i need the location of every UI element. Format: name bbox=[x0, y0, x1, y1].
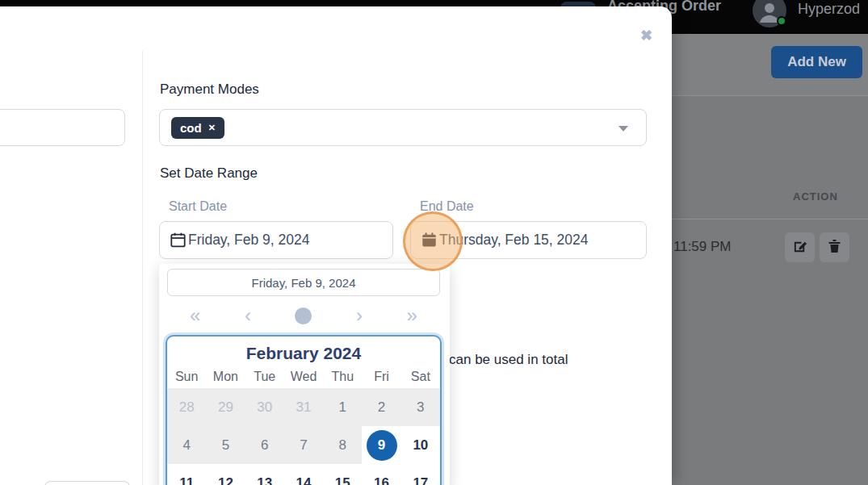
screen: Add New ACTION 11:59 PM Accepting Order … bbox=[0, 0, 868, 485]
day-header: Thu bbox=[323, 370, 362, 384]
remove-tag-icon[interactable]: ✕ bbox=[208, 123, 216, 133]
last-month-icon[interactable]: » bbox=[407, 304, 417, 327]
day-header: Sat bbox=[401, 370, 440, 384]
end-date-value: Thursday, Feb 15, 2024 bbox=[439, 232, 589, 249]
payment-modes-label: Payment Modes bbox=[160, 82, 259, 98]
day-header: Sun bbox=[167, 370, 206, 384]
datepicker-nav: « ‹ › » bbox=[167, 303, 440, 328]
start-date-value: Friday, Feb 9, 2024 bbox=[188, 232, 309, 249]
day-cell[interactable]: 10 bbox=[401, 426, 440, 464]
end-date-input[interactable]: Thursday, Feb 15, 2024 bbox=[410, 221, 647, 259]
table-header-action: ACTION bbox=[793, 190, 838, 203]
left-column-input[interactable] bbox=[0, 109, 125, 146]
today-dot-icon[interactable] bbox=[295, 307, 312, 324]
usage-note-text: can be used in total bbox=[449, 352, 568, 368]
edit-button[interactable] bbox=[785, 232, 815, 262]
divider bbox=[142, 51, 143, 485]
day-cell: 8 bbox=[323, 426, 362, 464]
payment-mode-tag: cod ✕ bbox=[171, 117, 224, 139]
close-icon[interactable]: ✖ bbox=[640, 27, 652, 44]
day-cell: 28 bbox=[167, 388, 206, 426]
calendar-day-headers: SunMonTueWedThuFriSat bbox=[167, 370, 440, 384]
day-cell: 7 bbox=[284, 426, 323, 464]
day-header: Tue bbox=[245, 370, 284, 384]
first-month-icon[interactable]: « bbox=[190, 304, 200, 327]
left-column-input-bottom[interactable] bbox=[44, 481, 130, 485]
start-date-input[interactable]: Friday, Feb 9, 2024 bbox=[159, 221, 393, 259]
datepicker-input[interactable]: Friday, Feb 9, 2024 bbox=[167, 269, 440, 296]
calendar-outline-icon bbox=[170, 232, 187, 249]
calendar-panel: February 2024 SunMonTueWedThuFriSat 2829… bbox=[166, 335, 442, 485]
day-cell: 1 bbox=[323, 388, 362, 426]
day-cell: 3 bbox=[401, 388, 440, 426]
day-cell[interactable]: 11 bbox=[167, 464, 206, 485]
edit-icon bbox=[792, 239, 807, 257]
divider bbox=[672, 95, 868, 96]
tag-label: cod bbox=[180, 121, 202, 135]
datepicker-dropdown: Friday, Feb 9, 2024 « ‹ › » February 202… bbox=[159, 264, 450, 485]
day-cell[interactable]: 17 bbox=[401, 464, 440, 485]
day-cell[interactable]: 16 bbox=[362, 464, 400, 485]
day-cell: 4 bbox=[167, 426, 206, 464]
day-cell: 6 bbox=[245, 426, 284, 464]
day-cell[interactable]: 12 bbox=[206, 464, 245, 485]
day-cell: 2 bbox=[362, 388, 400, 426]
day-cell[interactable]: 9 bbox=[362, 426, 400, 464]
online-status-dot bbox=[777, 16, 786, 26]
start-date-label: Start Date bbox=[169, 199, 227, 214]
calendar-month-title: February 2024 bbox=[167, 344, 440, 363]
day-header: Mon bbox=[206, 370, 245, 384]
payment-modes-select[interactable]: cod ✕ bbox=[159, 109, 647, 146]
set-date-range-label: Set Date Range bbox=[160, 165, 258, 182]
day-cell: 31 bbox=[284, 388, 323, 426]
calendar-grid: 282930311234567891011121314151617 bbox=[167, 388, 440, 485]
calendar-filled-icon bbox=[421, 232, 438, 249]
prev-month-icon[interactable]: ‹ bbox=[245, 304, 251, 327]
day-cell[interactable]: 13 bbox=[245, 464, 284, 485]
coupon-modal: ✖ Payment Modes cod ✕ Set Date Range Sta… bbox=[0, 6, 672, 485]
day-header: Wed bbox=[284, 370, 323, 384]
day-cell: 29 bbox=[206, 388, 245, 426]
day-header: Fri bbox=[362, 370, 400, 384]
caret-down-icon bbox=[619, 126, 628, 132]
day-cell: 5 bbox=[206, 426, 245, 464]
table-row-time: 11:59 PM bbox=[673, 239, 732, 255]
user-name: Hyperzod bbox=[798, 1, 860, 18]
add-new-button[interactable]: Add New bbox=[771, 46, 862, 78]
end-date-label: End Date bbox=[420, 199, 474, 214]
day-cell[interactable]: 15 bbox=[323, 464, 362, 485]
delete-button[interactable] bbox=[820, 232, 849, 262]
next-month-icon[interactable]: › bbox=[356, 304, 363, 327]
divider bbox=[672, 219, 868, 220]
day-cell: 30 bbox=[245, 388, 284, 426]
trash-icon bbox=[828, 239, 841, 256]
day-cell[interactable]: 14 bbox=[284, 464, 323, 485]
